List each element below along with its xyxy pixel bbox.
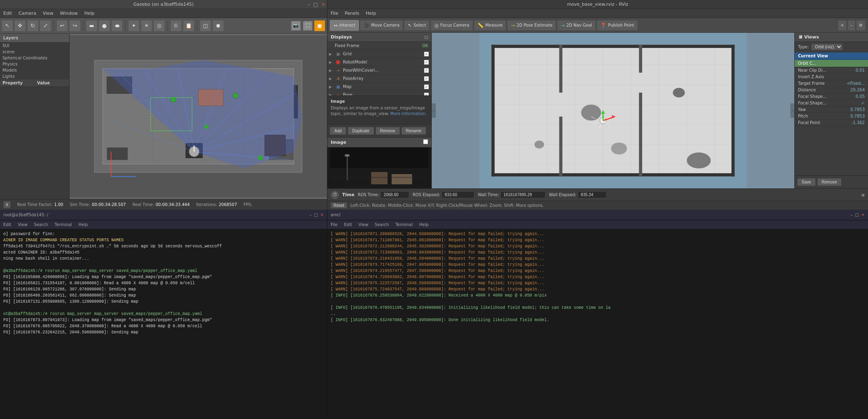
rviz-arrow-right[interactable]: › bbox=[790, 104, 794, 118]
gz-sidebar-models[interactable]: Models bbox=[0, 67, 69, 73]
views-prop-invertz[interactable]: Invert Z Axis bbox=[795, 74, 868, 80]
add-display-button[interactable]: Add bbox=[330, 127, 346, 135]
views-prop-distance[interactable]: Distance 20.264 bbox=[795, 87, 868, 93]
interact-button[interactable]: ↔ Interact bbox=[330, 20, 359, 31]
display-grid[interactable]: ▶ ▦ Grid bbox=[327, 50, 431, 58]
rename-display-button[interactable]: Rename bbox=[401, 127, 426, 135]
gz-cylinder[interactable]: ⬬ bbox=[111, 20, 123, 32]
gz-copy[interactable]: ⎘ bbox=[170, 20, 182, 32]
grid-checkbox[interactable] bbox=[423, 52, 430, 57]
term-left-close[interactable]: ✕ bbox=[320, 213, 324, 217]
menu-camera[interactable]: Camera bbox=[18, 11, 36, 16]
rviz-arrow-left[interactable]: ‹ bbox=[432, 104, 436, 118]
move-camera-button[interactable]: 🎥 Move Camera bbox=[360, 20, 403, 31]
robotmodel-checkbox[interactable] bbox=[423, 60, 430, 65]
gz-light-spot[interactable]: ◎ bbox=[153, 20, 165, 32]
term-left-menu-terminal[interactable]: Terminal bbox=[54, 222, 72, 227]
term-right-menu-file[interactable]: File bbox=[331, 222, 338, 227]
term-right-maximize[interactable]: □ bbox=[855, 213, 859, 217]
publish-point-button[interactable]: 📍 Publish Point bbox=[597, 20, 638, 31]
gz-fullscreen[interactable]: ⛶ bbox=[303, 21, 313, 31]
term-left-maximize[interactable]: □ bbox=[314, 213, 318, 217]
display-posearray[interactable]: ▶ ⇉ PoseArray bbox=[327, 75, 431, 83]
wall-elapsed-input[interactable] bbox=[578, 191, 606, 198]
terminal-left-content[interactable]: o] password for finn: AINER ID IMAGE COM… bbox=[0, 229, 327, 419]
posearray-checkbox[interactable] bbox=[423, 76, 430, 81]
views-prop-focalshape2[interactable]: Focal Shape... ✓ bbox=[795, 100, 868, 106]
views-prop-focalshape1[interactable]: Focal Shape... 0.05 bbox=[795, 93, 868, 100]
views-orbit-label[interactable]: Orbit C... bbox=[795, 60, 868, 67]
views-type-select[interactable]: Orbit (rviz) bbox=[811, 43, 843, 50]
focus-camera-button[interactable]: ◎ Focus Camera bbox=[431, 20, 473, 31]
gz-translate-tool[interactable]: ✥ bbox=[14, 20, 26, 32]
term-left-menu-view[interactable]: View bbox=[18, 222, 27, 227]
menu-view[interactable]: View bbox=[43, 11, 53, 16]
gz-sidebar-spherical[interactable]: Spherical Coordinates bbox=[0, 55, 69, 61]
views-prop-focalpoint[interactable]: Focal Point -1.362 bbox=[795, 120, 868, 126]
gz-undo[interactable]: ↩ bbox=[56, 20, 68, 32]
views-prop-pitch[interactable]: Pitch 0.7853 bbox=[795, 113, 868, 120]
fixed-frame-row[interactable]: Fixed Frame OK bbox=[327, 42, 431, 50]
rviz-settings-btn[interactable]: ⚙ bbox=[856, 20, 866, 31]
pose-checkbox[interactable] bbox=[423, 93, 430, 96]
display-posecov[interactable]: ▶ → PoseWithCovari... bbox=[327, 66, 431, 75]
term-left-menu-search[interactable]: Search bbox=[34, 222, 48, 227]
gz-scale-tool[interactable]: ⤢ bbox=[40, 20, 51, 32]
terminal-right-content[interactable]: [ WARN] [1616167871.209886526, 2044.5800… bbox=[327, 229, 868, 419]
rviz-reset-button[interactable]: Reset bbox=[331, 202, 347, 208]
map1-checkbox[interactable] bbox=[423, 84, 430, 89]
rviz-add-btn[interactable]: + bbox=[838, 20, 847, 31]
menu-edit[interactable]: Edit bbox=[3, 11, 12, 16]
ros-elapsed-input[interactable] bbox=[442, 191, 474, 198]
gz-box[interactable]: ▬ bbox=[86, 20, 97, 32]
menu-window[interactable]: Window bbox=[60, 11, 78, 16]
rviz-3d-viewport[interactable]: ‹ › bbox=[432, 33, 794, 188]
term-right-menu-terminal[interactable]: Terminal bbox=[395, 222, 413, 227]
wall-time-input[interactable] bbox=[501, 191, 546, 198]
gz-select-tool[interactable]: ↖ bbox=[2, 20, 13, 32]
term-left-minimize[interactable]: – bbox=[309, 213, 311, 217]
gz-sidebar-lights[interactable]: Lights bbox=[0, 73, 69, 79]
term-right-menu-view[interactable]: View bbox=[358, 222, 368, 227]
gz-paste[interactable]: 📋 bbox=[183, 20, 194, 32]
ros-time-input[interactable] bbox=[381, 191, 409, 198]
gz-pause-button[interactable]: ⏸ bbox=[3, 201, 11, 208]
remove-display-button[interactable]: Remove bbox=[376, 127, 400, 135]
gazebo-viewport[interactable] bbox=[70, 34, 327, 199]
rviz-menu-file[interactable]: File bbox=[331, 11, 338, 16]
term-right-menu-search[interactable]: Search bbox=[375, 222, 389, 227]
gz-sidebar-sui[interactable]: SUI bbox=[0, 43, 69, 49]
rviz-menu-panels[interactable]: Panels bbox=[345, 11, 359, 16]
views-prop-targetframe[interactable]: Target Frame <Fixed... bbox=[795, 80, 868, 87]
gz-active-tool[interactable]: ▣ bbox=[314, 20, 325, 32]
rviz-menu-help[interactable]: Help bbox=[366, 11, 376, 16]
pose-estimate-button[interactable]: → 2D Pose Estimate bbox=[507, 20, 556, 31]
gz-sidebar-scene[interactable]: scene bbox=[0, 49, 69, 55]
display-pose[interactable]: ▶ → Pose bbox=[327, 91, 431, 95]
gz-layers-tab[interactable]: Layers bbox=[0, 34, 69, 43]
gz-light-point[interactable]: ✦ bbox=[128, 20, 140, 32]
gz-sphere[interactable]: ● bbox=[99, 20, 110, 32]
term-right-close[interactable]: ✕ bbox=[861, 213, 865, 217]
gz-redo[interactable]: ↪ bbox=[69, 20, 81, 32]
display-map1[interactable]: ▶ ▦ Map bbox=[327, 83, 431, 91]
posecov-checkbox[interactable] bbox=[423, 68, 430, 73]
duplicate-display-button[interactable]: Duplicate bbox=[348, 127, 374, 135]
measure-button[interactable]: 📏 Measure bbox=[474, 20, 507, 31]
select-button[interactable]: ↖ Select bbox=[404, 20, 430, 31]
gz-world-stats[interactable]: ◫ bbox=[200, 20, 211, 32]
display-info-link[interactable]: More Information. bbox=[390, 111, 427, 116]
views-prop-yaw[interactable]: Yaw 0.7853 bbox=[795, 106, 868, 113]
menu-help[interactable]: Help bbox=[84, 11, 95, 16]
term-right-menu-edit[interactable]: Edit bbox=[344, 222, 352, 227]
gz-light-sun[interactable]: ☀ bbox=[141, 20, 152, 32]
display-robotmodel[interactable]: ▶ RobotModel bbox=[327, 58, 431, 66]
gz-sidebar-physics[interactable]: Physics bbox=[0, 61, 69, 67]
term-left-menu-help[interactable]: Help bbox=[79, 222, 88, 227]
gz-rotate-tool[interactable]: ↻ bbox=[27, 20, 38, 32]
term-right-minimize[interactable]: – bbox=[850, 213, 852, 217]
gz-record[interactable]: ⏺ bbox=[212, 20, 224, 32]
gz-screenshot[interactable]: 📷 bbox=[291, 21, 301, 31]
rviz-remove-btn[interactable]: – bbox=[848, 20, 855, 31]
term-left-menu-edit[interactable]: Edit bbox=[3, 222, 11, 227]
